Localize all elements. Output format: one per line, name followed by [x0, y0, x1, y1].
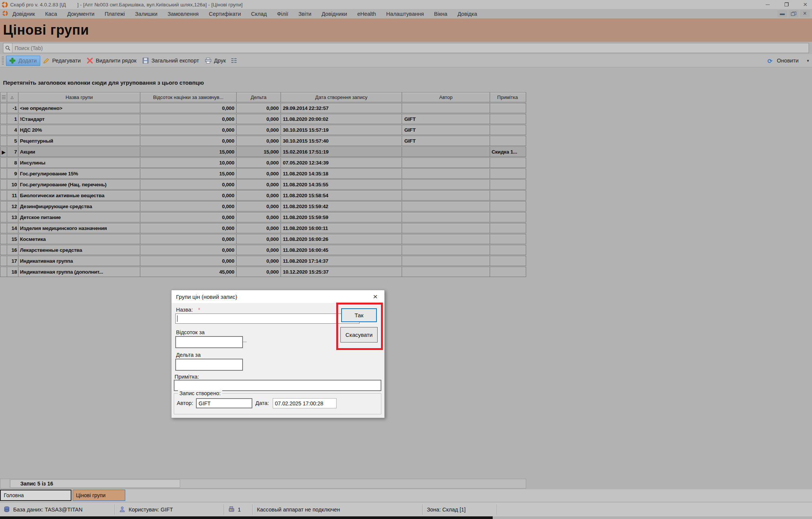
menu-item-10[interactable]: Довідники	[322, 11, 347, 17]
minimize-icon[interactable]: ─	[764, 0, 771, 9]
table-row[interactable]: 13Детское питание0,0000,00011.08.2020 15…	[0, 212, 526, 222]
cell-created: 11.08.2020 15:59:42	[281, 202, 402, 211]
column-header-created[interactable]: Дата створення запису	[281, 93, 402, 102]
cell-indicator	[0, 245, 7, 255]
tab-home[interactable]: Головна	[0, 490, 71, 501]
menu-item-3[interactable]: Платежі	[105, 11, 125, 17]
column-header-author[interactable]: Автор	[402, 93, 490, 102]
header-id-sort[interactable]: △	[7, 93, 18, 102]
grid-view-icon[interactable]	[231, 58, 237, 64]
cell-note	[490, 234, 525, 244]
restore-icon[interactable]	[783, 0, 790, 9]
menu-item-14[interactable]: Довідка	[457, 11, 477, 17]
close-icon[interactable]: ×	[801, 0, 809, 9]
new-record-dialog: Групи цін (новий запис) × Назва:* Відсот…	[171, 290, 385, 418]
cell-name: Акции	[18, 147, 140, 157]
cell-id: 13	[7, 213, 18, 222]
note-field[interactable]	[174, 380, 381, 391]
database-icon	[4, 506, 10, 513]
column-header-note[interactable]: Примітка	[490, 93, 525, 102]
menu-item-7[interactable]: Склад	[251, 11, 267, 17]
name-field[interactable]	[175, 314, 360, 324]
text-caret	[177, 315, 178, 322]
cell-author	[402, 213, 490, 222]
export-button[interactable]: Загальний експорт	[140, 56, 202, 65]
table-row[interactable]: 12Дезинфицирующие средства0,0000,00011.0…	[0, 201, 526, 212]
table-row[interactable]: 16Лекарственные средства0,0000,00011.08.…	[0, 245, 526, 255]
price-groups-table: △ Назва групи Відсоток націнки за замовч…	[0, 92, 526, 278]
refresh-button[interactable]: ⟳ Оновити ▾	[768, 58, 809, 64]
cell-indicator: ▶	[0, 147, 7, 157]
column-header-delta[interactable]: Дельта	[237, 93, 281, 102]
cell-created: 15.02.2016 17:51:19	[281, 147, 402, 157]
cell-note	[490, 224, 525, 233]
search-input[interactable]	[12, 44, 809, 52]
dialog-close-icon[interactable]: ×	[371, 292, 380, 301]
table-row[interactable]: 17Индикативная группа0,0000,00011.08.202…	[0, 256, 526, 266]
cell-delta: 0,000	[237, 103, 281, 113]
toolbar-dropdown-icon[interactable]: ▾	[807, 58, 809, 63]
table-row[interactable]: 4НДС 20%0,0000,00030.10.2015 15:57:19GIF…	[0, 125, 526, 135]
table-row[interactable]: 15Косметика0,0000,00011.08.2020 16:00:26	[0, 234, 526, 244]
menu-item-13[interactable]: Вікна	[434, 11, 447, 17]
cell-percent: 0,000	[140, 136, 237, 146]
menu-item-6[interactable]: Сертифікати	[209, 11, 241, 17]
table-row[interactable]: 11Биологически активные вещества0,0000,0…	[0, 190, 526, 201]
table-row[interactable]: 10Гос.регулирование (Нац. перечень)0,000…	[0, 180, 526, 190]
menu-item-9[interactable]: Звіти	[298, 11, 311, 17]
menu-item-4[interactable]: Залишки	[135, 11, 157, 17]
menu-item-8[interactable]: Філії	[277, 11, 288, 17]
tab-price-groups[interactable]: Цінові групи	[73, 490, 125, 501]
pencil-icon	[43, 58, 50, 64]
menu-item-12[interactable]: Налаштування	[386, 11, 424, 17]
delta-field[interactable]	[175, 359, 243, 371]
mdi-close-icon[interactable]: ✕	[800, 10, 810, 17]
table-row[interactable]: 9Гос.регулирование 15%15,0000,00011.08.2…	[0, 169, 526, 179]
menu-item-1[interactable]: Каса	[45, 11, 57, 17]
record-counter-label: Запис 5 із 16	[20, 481, 53, 487]
column-header-name[interactable]: Назва групи	[18, 93, 140, 102]
cell-percent: 0,000	[140, 256, 237, 266]
column-header-percent[interactable]: Відсоток націнки за замовчув...	[140, 93, 237, 102]
table-row[interactable]: 8Инсулины10,0000,00007.05.2020 12:34:39	[0, 158, 526, 168]
author-field[interactable]	[196, 398, 252, 408]
printer-icon	[205, 58, 211, 64]
cell-name: Изделия медицинского назначения	[18, 224, 140, 233]
date-field[interactable]	[273, 398, 337, 408]
delete-row-button[interactable]: Видалити рядок	[84, 56, 140, 65]
table-row[interactable]: 5Рецептурный0,0000,00030.10.2015 15:57:4…	[0, 136, 526, 146]
table-body: -1<не определено>0,0000,00029.09.2014 22…	[0, 103, 526, 277]
mdi-restore-icon[interactable]	[789, 10, 798, 17]
author-label: Автор:	[177, 400, 193, 406]
created-group-label: Запис створено:	[178, 390, 222, 396]
menu-item-2[interactable]: Документи	[67, 11, 94, 17]
user-icon	[119, 506, 126, 513]
add-button[interactable]: Додати	[6, 56, 40, 66]
edit-button[interactable]: Редагувати	[40, 56, 84, 65]
table-row[interactable]: ▶7Акции15,00015,00015.02.2016 17:51:19Ск…	[0, 147, 526, 157]
cancel-button[interactable]: Скасувати	[340, 327, 378, 342]
cell-indicator	[0, 169, 7, 178]
search-icon[interactable]	[3, 43, 12, 53]
status-divider	[497, 504, 498, 515]
print-button[interactable]: Друк	[202, 56, 229, 65]
menu-item-5[interactable]: Замовлення	[168, 11, 199, 17]
table-row[interactable]: 14Изделия медицинского назначения0,0000,…	[0, 223, 526, 233]
cell-id: 16	[7, 245, 18, 255]
menu-item-0[interactable]: Довідник	[12, 11, 35, 17]
cell-percent: 0,000	[140, 224, 237, 233]
table-row[interactable]: 1!Стандарт0,0000,00011.08.2020 20:00:02G…	[0, 114, 526, 124]
cell-name: Детское питание	[18, 213, 140, 222]
mdi-minimize-icon[interactable]: ▬	[777, 10, 787, 17]
cell-created: 11.08.2020 14:35:18	[281, 169, 402, 178]
cell-note	[490, 114, 525, 124]
menu-item-11[interactable]: eHealth	[357, 11, 376, 17]
percent-field[interactable]	[175, 336, 243, 348]
cell-id: 11	[7, 191, 18, 200]
table-row[interactable]: 18Индикативная группа (дополнит...45,000…	[0, 267, 526, 277]
table-row[interactable]: -1<не определено>0,0000,00029.09.2014 22…	[0, 103, 526, 113]
cell-delta: 0,000	[237, 125, 281, 135]
menu-items: ДовідникКасаДокументиПлатежіЗалишкиЗамов…	[12, 11, 477, 17]
ok-button[interactable]: Так	[341, 308, 377, 322]
toolbar-grip[interactable]	[2, 56, 4, 65]
